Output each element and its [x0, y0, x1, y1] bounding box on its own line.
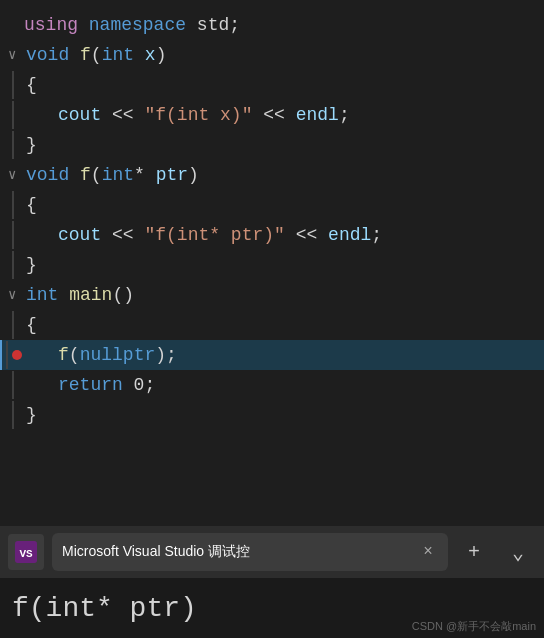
taskbar-tab-title: Microsoft Visual Studio 调试控	[62, 543, 410, 561]
fold-arrow-2[interactable]: ∨	[8, 160, 24, 190]
output-text: f(int* ptr)	[12, 593, 197, 624]
taskbar-chevron-button[interactable]: ⌄	[500, 534, 536, 570]
code-line-2: ∨ void f(int x)	[0, 40, 544, 70]
taskbar-tab[interactable]: Microsoft Visual Studio 调试控 ×	[52, 533, 448, 571]
code-line-9: }	[0, 250, 544, 280]
code-line-5: }	[0, 130, 544, 160]
code-line-3: {	[0, 70, 544, 100]
taskbar: VS Microsoft Visual Studio 调试控 × + ⌄	[0, 526, 544, 578]
svg-text:VS: VS	[19, 548, 33, 560]
code-line-6: ∨ void f(int* ptr)	[0, 160, 544, 190]
code-line-1: using namespace std;	[0, 10, 544, 40]
output-bar: f(int* ptr) CSDN @新手不会敲main	[0, 578, 544, 638]
code-line-11: {	[0, 310, 544, 340]
code-line-8: cout << "f(int* ptr)" << endl;	[0, 220, 544, 250]
keyword-using: using	[24, 10, 89, 40]
taskbar-close-button[interactable]: ×	[418, 542, 438, 562]
fold-arrow-3[interactable]: ∨	[8, 280, 24, 310]
code-line-14: }	[0, 400, 544, 430]
breakpoint-indicator	[12, 350, 22, 360]
taskbar-add-button[interactable]: +	[456, 534, 492, 570]
watermark: CSDN @新手不会敲main	[412, 619, 536, 634]
code-line-7: {	[0, 190, 544, 220]
code-editor: using namespace std; ∨ void f(int x) { c…	[0, 0, 544, 510]
code-line-13: return 0;	[0, 370, 544, 400]
vs-icon[interactable]: VS	[8, 534, 44, 570]
fold-arrow-1[interactable]: ∨	[8, 40, 24, 70]
code-line-12: f(nullptr);	[0, 340, 544, 370]
keyword-namespace: namespace	[89, 10, 186, 40]
code-line-4: cout << "f(int x)" << endl;	[0, 100, 544, 130]
code-line-10: ∨ int main()	[0, 280, 544, 310]
